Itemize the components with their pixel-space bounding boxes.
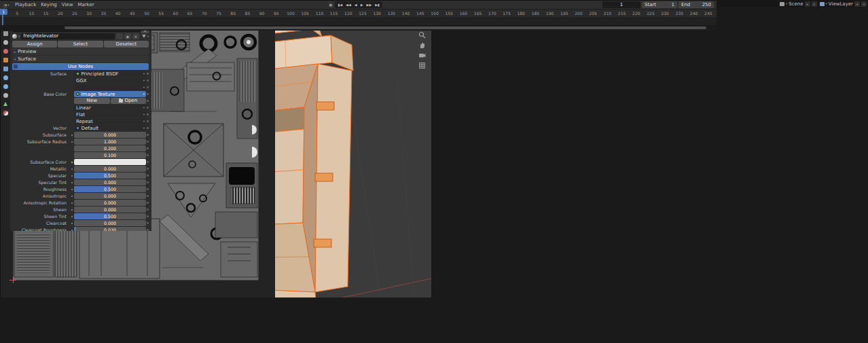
delete-scene-button[interactable]: × <box>812 1 817 7</box>
value-slider-sheen-tint[interactable]: 0.500 <box>74 213 146 219</box>
dropdown-repeat[interactable]: Repeat <box>74 118 146 124</box>
value-slider-anisotropic-rotation[interactable]: 0.000 <box>74 200 146 206</box>
new-texture-button[interactable]: New <box>74 98 110 104</box>
playhead-frame-chip[interactable]: 1 <box>0 9 7 15</box>
property-label: Clearcoat Roughness <box>11 228 69 231</box>
decorator-dot <box>146 127 149 129</box>
frame-tick: 25 <box>72 11 77 16</box>
select-button[interactable]: Select <box>58 41 103 48</box>
auto-keying-toggle[interactable]: ● <box>328 2 333 7</box>
next-keyframe-button[interactable]: ▶▶ <box>365 1 374 8</box>
end-value: 250 <box>702 1 711 8</box>
browse-material-icon[interactable] <box>12 34 17 39</box>
play-button[interactable]: ▶ <box>359 1 365 8</box>
value-slider-sheen[interactable]: 0.000 <box>74 206 146 213</box>
socket-column <box>69 209 74 211</box>
value-slider-specular[interactable]: 0.500 <box>74 173 146 179</box>
frame-tick: 20 <box>58 11 63 16</box>
timeline-menu-view[interactable]: View <box>59 1 75 9</box>
scrollbar-thumb[interactable] <box>65 26 706 29</box>
unlink-material-button[interactable]: × <box>132 33 139 39</box>
current-frame-field[interactable]: 1 <box>602 1 640 8</box>
jump-to-start-button[interactable]: ▮◀ <box>336 1 344 8</box>
frame-end-field[interactable]: End250 <box>679 1 714 8</box>
material-name-field[interactable]: freightelevator <box>21 33 114 39</box>
value-slider-anisotropic[interactable]: 0.000 <box>74 193 146 199</box>
toggle-ortho-icon[interactable] <box>418 62 426 69</box>
value-slider-roughness[interactable]: 0.500 <box>74 186 146 192</box>
frame-tick: 115 <box>330 11 338 16</box>
slider-value: 0.200 <box>74 145 146 151</box>
view-layer-selector[interactable]: ▾ ViewLayer + × <box>820 1 867 7</box>
properties-tab-physics[interactable] <box>1 83 10 90</box>
frame-tick: 130 <box>373 11 380 16</box>
frame-tick: 30 <box>86 11 92 16</box>
properties-tab-object[interactable] <box>1 56 10 63</box>
dropdown-linear[interactable]: Linear <box>74 105 146 111</box>
timeline-menu-keying[interactable]: Keying <box>39 1 60 9</box>
timeline-scrollbar[interactable] <box>0 25 717 31</box>
dropdown-default[interactable]: Default <box>74 125 146 131</box>
color-swatch[interactable] <box>74 159 146 165</box>
assign-button[interactable]: Assign <box>12 41 57 48</box>
property-label: Anisotropic Rotation <box>11 200 69 205</box>
pan-hand-icon[interactable] <box>418 41 426 49</box>
frame-start-field[interactable]: Start1 <box>642 1 677 8</box>
fake-user-button[interactable]: ◈ <box>124 33 131 39</box>
prev-keyframe-button[interactable]: ◀◀ <box>344 1 353 8</box>
property-row-clearcoat: Clearcoat0.000 <box>11 220 149 226</box>
value-slider-clearcoat[interactable]: 0.000 <box>74 220 146 226</box>
camera-view-icon[interactable] <box>418 52 426 59</box>
play-reverse-button[interactable]: ◀ <box>352 1 359 8</box>
properties-tab-data[interactable] <box>1 101 10 107</box>
input-socket-icon <box>71 188 73 191</box>
jump-to-end-button[interactable]: ▶▮ <box>374 1 382 8</box>
open-texture-button[interactable]: Open <box>111 98 147 104</box>
dropdown-item[interactable] <box>74 84 146 90</box>
dropdown-image-texture[interactable]: Image Texture <box>74 91 146 97</box>
zoom-icon[interactable] <box>418 31 426 39</box>
value-slider-specular-tint[interactable]: 0.000 <box>74 179 146 185</box>
properties-tab-world[interactable] <box>1 48 10 54</box>
properties-tab-particles[interactable] <box>1 74 10 81</box>
users-count-chip[interactable] <box>116 33 123 39</box>
properties-tab-constraints[interactable] <box>1 92 10 98</box>
delete-view-layer-button[interactable]: × <box>861 1 867 7</box>
property-row-subsurface-color: Subsurface Color <box>11 159 149 165</box>
scene-selector[interactable]: ▾ Scene + × <box>780 1 817 7</box>
frame-tick: 50 <box>144 11 149 16</box>
property-row-subsurface-radius: Subsurface Radius1.000 <box>11 139 149 145</box>
value-slider-item[interactable]: 0.100 <box>74 152 146 158</box>
material-specials-icon[interactable] <box>142 35 146 38</box>
surface-panel-label: Surface <box>18 56 36 62</box>
properties-tab-modifiers[interactable] <box>1 65 10 72</box>
dropdown-flat[interactable]: Flat <box>74 111 146 118</box>
decorator-dot <box>146 181 149 183</box>
properties-tab-scene[interactable] <box>1 39 10 46</box>
value-slider-subsurface-radius[interactable]: 1.000 <box>74 139 146 145</box>
property-value: 0.000 <box>74 220 146 226</box>
frame-ruler[interactable]: 1510152025303540455055606570758085909510… <box>0 9 717 17</box>
value-slider-subsurface[interactable]: 0.000 <box>74 132 146 138</box>
dropdown-value: Linear <box>76 105 91 111</box>
value-slider-metallic[interactable]: 0.000 <box>74 166 146 172</box>
new-scene-button[interactable]: + <box>805 1 810 7</box>
value-slider-clearcoat-roughness[interactable]: 0.030 <box>74 227 146 231</box>
properties-tab-material[interactable] <box>1 109 10 116</box>
preview-panel-header[interactable]: ▸Preview <box>12 48 149 55</box>
new-view-layer-button[interactable]: + <box>854 1 860 7</box>
timeline-menu-marker[interactable]: Marker <box>75 1 96 9</box>
editor-type-selector[interactable]: ◔▾ <box>2 3 11 7</box>
value-slider-item[interactable]: 0.200 <box>74 145 146 151</box>
surface-panel-header[interactable]: ▾Surface <box>12 56 149 62</box>
frame-tick: 40 <box>115 11 121 16</box>
use-nodes-button[interactable]: Use Nodes <box>12 63 149 70</box>
uv-2d-cursor-icon[interactable] <box>10 276 16 283</box>
dropdown-ggx[interactable]: GGX <box>74 77 146 84</box>
dropdown-principled-bsdf[interactable]: Principled BSDF <box>74 71 146 77</box>
deselect-button[interactable]: Deselect <box>104 41 149 48</box>
timeline-menu-playback[interactable]: Playback <box>13 1 39 9</box>
properties-tab-view-layer[interactable] <box>1 30 10 37</box>
property-row-anisotropic: Anisotropic0.000 <box>11 193 149 199</box>
material-name-row: ▾ freightelevator ◈ × ▾ <box>11 33 150 40</box>
